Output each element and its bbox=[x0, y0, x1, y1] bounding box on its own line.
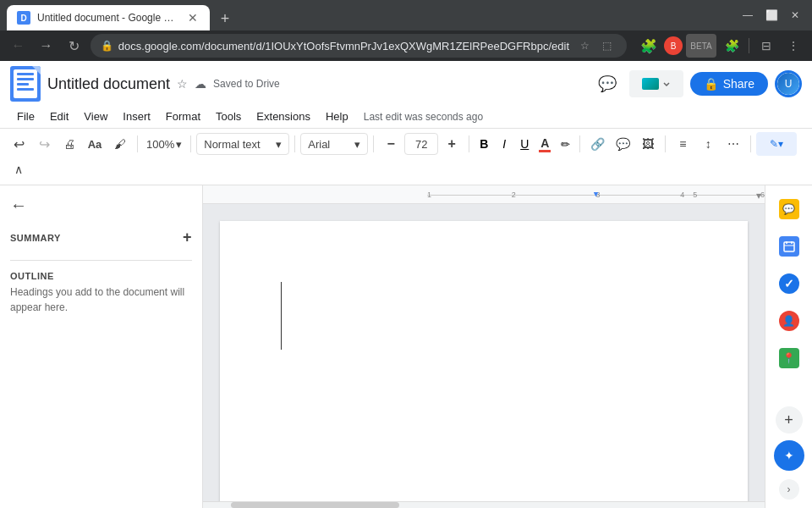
menu-extensions[interactable]: Extensions bbox=[250, 107, 317, 126]
toolbar-separator-8 bbox=[750, 135, 751, 152]
tab-close-button[interactable]: ✕ bbox=[186, 11, 200, 25]
zoom-dropdown-icon: ▾ bbox=[176, 138, 182, 151]
add-summary-button[interactable]: + bbox=[183, 229, 192, 246]
browser-actions: 🧩 B BETA 🧩 ⊟ ⋮ bbox=[637, 34, 805, 58]
toolbar-divider bbox=[749, 38, 749, 53]
menu-view[interactable]: View bbox=[77, 107, 114, 126]
share-label: Share bbox=[723, 77, 754, 91]
gemini-button[interactable]: ✦ bbox=[774, 440, 804, 471]
zoom-value: 100% bbox=[146, 138, 174, 151]
link-button[interactable]: 🔗 bbox=[585, 132, 609, 156]
lock-icon: 🔒 bbox=[101, 40, 113, 52]
spelling-button[interactable]: Aa bbox=[83, 132, 107, 156]
document-page[interactable] bbox=[220, 221, 748, 501]
back-button[interactable]: ← bbox=[7, 34, 30, 58]
menu-file[interactable]: File bbox=[10, 107, 41, 126]
summary-section: SUMMARY + bbox=[10, 229, 192, 250]
redo-button[interactable]: ↪ bbox=[32, 132, 56, 156]
new-tab-button[interactable]: + bbox=[213, 7, 237, 30]
font-size-increase-button[interactable]: + bbox=[440, 132, 464, 156]
active-tab[interactable]: D Untitled document - Google Docs ✕ bbox=[7, 5, 210, 30]
toolbar: ↩ ↪ 🖨 Aa 🖌 100% ▾ Normal text ▾ Arial ▾ … bbox=[0, 129, 812, 185]
underline-button[interactable]: U bbox=[515, 133, 534, 155]
outline-section: OUTLINE Headings you add to the document… bbox=[10, 271, 192, 315]
chat-icon: 💬 bbox=[779, 199, 799, 219]
minimize-button[interactable]: — bbox=[738, 5, 758, 25]
sidebar-toggle-icon[interactable]: ⊟ bbox=[754, 34, 778, 58]
menu-help[interactable]: Help bbox=[319, 107, 355, 126]
menu-format[interactable]: Format bbox=[159, 107, 207, 126]
chat-sidebar-button[interactable]: 💬 bbox=[772, 192, 806, 226]
url-box[interactable]: 🔒 docs.google.com/document/d/1IOUxYtOofs… bbox=[91, 34, 627, 58]
move-to-drive-icon[interactable]: ☁ bbox=[195, 77, 206, 91]
text-color-button[interactable]: A bbox=[535, 133, 554, 155]
line-spacing-button[interactable]: ↕ bbox=[696, 132, 720, 156]
url-text: docs.google.com/document/d/1IOUxYtOofsFt… bbox=[118, 40, 569, 52]
open-external-icon[interactable]: ⬚ bbox=[596, 36, 617, 56]
user-avatar[interactable]: U bbox=[775, 70, 802, 97]
zoom-selector[interactable]: 100% ▾ bbox=[143, 133, 185, 155]
gemini-icon: ✦ bbox=[784, 449, 794, 462]
ruler-down-arrow[interactable]: ▾ bbox=[756, 190, 761, 202]
maximize-button[interactable]: ⬜ bbox=[761, 5, 782, 25]
forward-button[interactable]: → bbox=[35, 34, 58, 58]
collapse-toolbar-button[interactable]: ∧ bbox=[7, 157, 30, 181]
bookmark-icon[interactable]: ☆ bbox=[574, 36, 595, 56]
extensions-puzzle-icon[interactable]: 🧩 bbox=[720, 34, 743, 58]
svg-rect-0 bbox=[784, 242, 794, 251]
style-selector[interactable]: Normal text ▾ bbox=[196, 133, 289, 155]
toolbar-separator-5 bbox=[469, 135, 469, 152]
underline-icon: U bbox=[520, 137, 529, 151]
back-arrow-icon: ← bbox=[10, 196, 27, 215]
undo-button[interactable]: ↩ bbox=[7, 132, 30, 156]
expand-sidebar-button[interactable]: › bbox=[779, 479, 799, 500]
extension-beta-icon[interactable]: BETA bbox=[686, 34, 716, 58]
document-title[interactable]: Untitled document bbox=[47, 75, 170, 93]
ruler-mark-2: 2 bbox=[512, 190, 516, 199]
font-size-decrease-button[interactable]: − bbox=[379, 132, 403, 156]
expand-icon: › bbox=[787, 483, 791, 495]
docs-header-right: 💬 🔒 Share U bbox=[592, 69, 802, 99]
reload-button[interactable]: ↻ bbox=[63, 34, 85, 58]
text-cursor bbox=[281, 282, 282, 350]
align-button[interactable]: ≡ bbox=[671, 132, 694, 156]
print-button[interactable]: 🖨 bbox=[58, 132, 81, 156]
add-addon-button[interactable]: + bbox=[776, 406, 803, 433]
more-options-button[interactable]: ⋯ bbox=[721, 132, 745, 156]
menu-edit[interactable]: Edit bbox=[43, 107, 75, 126]
meet-dropdown-icon bbox=[662, 80, 671, 88]
docs-container: Untitled document ☆ ☁ Saved to Drive 💬 🔒… bbox=[0, 61, 812, 508]
menu-insert[interactable]: Insert bbox=[116, 107, 157, 126]
share-button[interactable]: 🔒 Share bbox=[690, 72, 768, 96]
font-value: Arial bbox=[308, 138, 330, 151]
italic-button[interactable]: I bbox=[495, 133, 513, 155]
meet-button[interactable] bbox=[629, 70, 683, 97]
image-button[interactable]: 🖼 bbox=[636, 132, 660, 156]
menu-bar: File Edit View Insert Format Tools Exten… bbox=[10, 105, 802, 128]
paint-format-button[interactable]: 🖌 bbox=[108, 132, 132, 156]
menu-tools[interactable]: Tools bbox=[209, 107, 248, 126]
star-icon[interactable]: ☆ bbox=[177, 77, 188, 91]
sidebar-back-button[interactable]: ← bbox=[10, 196, 192, 215]
outline-section-header: OUTLINE bbox=[10, 271, 192, 281]
ruler-mark-4: 4 bbox=[680, 190, 684, 199]
contacts-sidebar-button[interactable]: 👤 bbox=[772, 304, 806, 338]
comment-button[interactable]: 💬 bbox=[611, 132, 634, 156]
tasks-sidebar-button[interactable]: ✓ bbox=[772, 267, 806, 301]
horizontal-scrollbar[interactable] bbox=[203, 501, 765, 508]
brave-shield-icon[interactable]: B bbox=[664, 36, 683, 55]
suggest-edits-button[interactable]: ✎▾ bbox=[756, 132, 797, 156]
maps-sidebar-button[interactable]: 📍 bbox=[772, 341, 806, 375]
highlight-button[interactable]: ✏ bbox=[556, 133, 574, 155]
calendar-sidebar-button[interactable] bbox=[772, 229, 806, 263]
close-button[interactable]: ✕ bbox=[785, 5, 805, 25]
page-container[interactable] bbox=[203, 204, 765, 501]
bold-button[interactable]: B bbox=[475, 133, 493, 155]
font-size-input[interactable]: 72 bbox=[404, 133, 438, 155]
font-selector[interactable]: Arial ▾ bbox=[300, 133, 368, 155]
comments-button[interactable]: 💬 bbox=[592, 69, 623, 99]
browser-menu-icon[interactable]: ⋮ bbox=[782, 34, 805, 58]
summary-section-header: SUMMARY + bbox=[10, 229, 192, 246]
tab-list: D Untitled document - Google Docs ✕ + bbox=[7, 0, 727, 30]
extensions-icon[interactable]: 🧩 bbox=[637, 34, 661, 58]
